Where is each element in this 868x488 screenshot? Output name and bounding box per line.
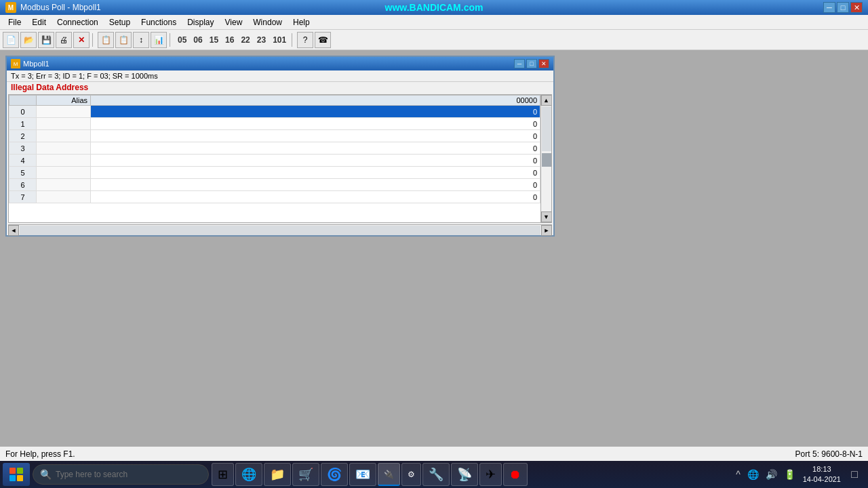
logo-piece-4 xyxy=(17,475,23,481)
value-cell[interactable]: 0 xyxy=(91,155,540,167)
minimize-button[interactable]: ─ xyxy=(823,2,835,13)
inner-maximize-button[interactable]: □ xyxy=(526,59,537,68)
alias-cell[interactable] xyxy=(37,179,91,191)
tray-battery[interactable]: 🔋 xyxy=(782,468,797,481)
table-row[interactable]: 60 xyxy=(9,179,540,191)
tray-volume[interactable]: 🔊 xyxy=(764,468,779,481)
row-number-cell: 5 xyxy=(9,167,37,179)
toolbar: 📄 📂 💾 🖨 ✕ 📋 📋 ↕ 📊 05 06 15 16 22 23 101 … xyxy=(0,30,868,50)
menu-help[interactable]: Help xyxy=(288,16,315,28)
value-cell[interactable]: 0 xyxy=(91,106,540,118)
scroll-thumb[interactable] xyxy=(542,153,551,167)
row-number-cell: 3 xyxy=(9,142,37,155)
menu-edit[interactable]: Edit xyxy=(26,16,52,28)
toolbar-new[interactable]: 📄 xyxy=(3,32,19,48)
tray-chevron[interactable]: ^ xyxy=(734,468,743,481)
taskbar-modbusconfig[interactable]: ⚙ xyxy=(401,463,421,486)
table-row[interactable]: 00 xyxy=(9,106,540,118)
search-input[interactable] xyxy=(56,470,201,479)
table-row[interactable]: 50 xyxy=(9,167,540,179)
search-bar[interactable]: 🔍 xyxy=(33,464,209,485)
logo-piece-3 xyxy=(9,475,16,481)
taskbar-record[interactable]: ⏺ xyxy=(503,463,528,486)
toolbar-separator-2 xyxy=(170,33,172,47)
table-row[interactable]: 20 xyxy=(9,130,540,142)
taskbar-app2[interactable]: 🔧 xyxy=(422,463,450,486)
value-cell[interactable]: 0 xyxy=(91,179,540,191)
taskbar-chrome[interactable]: 🌀 xyxy=(321,463,348,486)
table-row[interactable]: 40 xyxy=(9,155,540,167)
toolbar-save[interactable]: 💾 xyxy=(38,32,54,48)
alias-cell[interactable] xyxy=(37,155,91,167)
connection-info: Port 5: 9600-8-N-1 xyxy=(795,449,863,459)
help-text: For Help, press F1. xyxy=(5,449,75,459)
taskbar-explorer[interactable]: 📁 xyxy=(264,463,291,486)
menu-display[interactable]: Display xyxy=(182,16,219,28)
inner-close-button[interactable]: ✕ xyxy=(538,59,549,68)
menu-window[interactable]: Window xyxy=(248,16,288,28)
maximize-button[interactable]: □ xyxy=(837,2,849,13)
table-row[interactable]: 70 xyxy=(9,191,540,203)
toolbar-label-05: 05 xyxy=(175,35,189,45)
toolbar-conn2[interactable]: 📋 xyxy=(115,32,132,48)
value-cell[interactable]: 0 xyxy=(91,167,540,179)
main-area: M Mbpoll1 ─ □ ✕ Tx = 3; Err = 3; ID = 1;… xyxy=(0,50,868,432)
notification-button[interactable]: □ xyxy=(846,464,863,485)
taskbar-store[interactable]: 🛒 xyxy=(292,463,319,486)
menu-connection[interactable]: Connection xyxy=(52,16,104,28)
toolbar-close[interactable]: ✕ xyxy=(73,32,90,48)
menu-bar: File Edit Connection Setup Functions Dis… xyxy=(0,15,868,30)
value-cell[interactable]: 0 xyxy=(91,118,540,130)
value-cell[interactable]: 0 xyxy=(91,130,540,142)
row-number-cell: 7 xyxy=(9,191,37,203)
clock-date: 14-04-2021 xyxy=(803,474,841,485)
app-icon: M xyxy=(5,2,16,13)
toolbar-about[interactable]: ☎ xyxy=(315,32,331,48)
toolbar-conn1[interactable]: 📋 xyxy=(98,32,114,48)
col-header-rownum xyxy=(9,96,37,106)
alias-cell[interactable] xyxy=(37,106,91,118)
toolbar-print[interactable]: 🖨 xyxy=(56,32,72,48)
row-number-cell: 6 xyxy=(9,179,37,191)
tray-network[interactable]: 🌐 xyxy=(745,468,761,481)
menu-setup[interactable]: Setup xyxy=(104,16,136,28)
scroll-left-arrow[interactable]: ◄ xyxy=(8,225,19,236)
grid-body: 0010203040506070 xyxy=(9,106,540,203)
menu-functions[interactable]: Functions xyxy=(136,16,182,28)
taskbar-modbuspoll[interactable]: 🔌 xyxy=(378,463,400,486)
alias-cell[interactable] xyxy=(37,118,91,130)
system-tray: ^ 🌐 🔊 🔋 18:13 14-04-2021 □ xyxy=(734,464,865,485)
toolbar-arrows[interactable]: ↕ xyxy=(133,32,149,48)
alias-cell[interactable] xyxy=(37,167,91,179)
app-status-bar: For Help, press F1. Port 5: 9600-8-N-1 xyxy=(0,446,868,461)
alias-cell[interactable] xyxy=(37,130,91,142)
table-row[interactable]: 30 xyxy=(9,142,540,155)
taskbar-telegram[interactable]: ✈ xyxy=(479,463,502,486)
taskbar-app3[interactable]: 📡 xyxy=(451,463,478,486)
taskbar-edge[interactable]: 🌐 xyxy=(235,463,262,486)
inner-minimize-button[interactable]: ─ xyxy=(514,59,525,68)
value-cell[interactable]: 0 xyxy=(91,191,540,203)
taskbar-task-view[interactable]: ⊞ xyxy=(212,463,234,486)
alias-cell[interactable] xyxy=(37,142,91,155)
scroll-right-arrow[interactable]: ► xyxy=(541,225,552,236)
clock[interactable]: 18:13 14-04-2021 xyxy=(800,464,844,485)
alias-cell[interactable] xyxy=(37,191,91,203)
horizontal-scrollbar[interactable]: ◄ ► xyxy=(8,224,552,235)
inner-window-controls: ─ □ ✕ xyxy=(514,59,549,68)
menu-view[interactable]: View xyxy=(220,16,248,28)
toolbar-chart[interactable]: 📊 xyxy=(151,32,167,48)
value-cell[interactable]: 0 xyxy=(91,142,540,155)
vertical-scrollbar[interactable]: ▲ ▼ xyxy=(540,95,551,222)
toolbar-separator-3 xyxy=(292,33,294,47)
scroll-up-arrow[interactable]: ▲ xyxy=(541,95,552,106)
close-button[interactable]: ✕ xyxy=(850,2,863,13)
toolbar-open[interactable]: 📂 xyxy=(20,32,37,48)
toolbar-help[interactable]: ? xyxy=(297,32,313,48)
taskbar-outlook[interactable]: 📧 xyxy=(349,463,376,486)
menu-file[interactable]: File xyxy=(3,16,26,28)
start-button[interactable] xyxy=(3,463,30,486)
scroll-down-arrow[interactable]: ▼ xyxy=(541,211,552,222)
table-row[interactable]: 10 xyxy=(9,118,540,130)
row-number-cell: 1 xyxy=(9,118,37,130)
